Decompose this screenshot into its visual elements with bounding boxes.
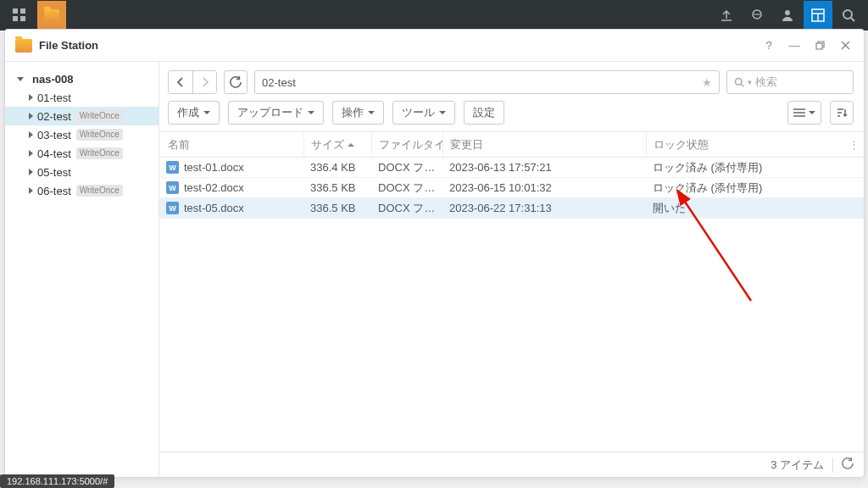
writeonce-badge: WriteOnce: [76, 147, 123, 159]
system-topbar: [0, 0, 868, 30]
item-count: 3 アイテム: [771, 458, 824, 473]
window-titlebar: File Station ? —: [5, 30, 864, 62]
writeonce-badge: WriteOnce: [76, 129, 123, 141]
tree-root-label: nas-008: [32, 73, 73, 86]
create-button[interactable]: 作成: [168, 101, 220, 125]
table-row[interactable]: Wtest-02.docx 336.5 KB DOCX ファ... 2023-0…: [159, 178, 864, 198]
nav-forward-button[interactable]: [192, 71, 216, 93]
file-station-window: File Station ? — nas-008 01-test 02-test…: [4, 29, 865, 478]
column-header-date[interactable]: 変更日: [442, 132, 646, 157]
folder-icon: [15, 39, 32, 53]
apps-menu-button[interactable]: [5, 1, 34, 30]
tools-button[interactable]: ツール: [392, 101, 455, 125]
operate-button[interactable]: 操作: [332, 101, 384, 125]
tree-item-01-test[interactable]: 01-test: [5, 88, 159, 107]
svg-rect-0: [13, 8, 18, 14]
docx-file-icon: W: [166, 161, 179, 174]
svg-rect-14: [816, 43, 822, 49]
star-icon[interactable]: ★: [702, 76, 712, 89]
tree-item-label: 05-test: [37, 166, 71, 179]
close-button[interactable]: [835, 36, 855, 56]
view-mode-button[interactable]: [787, 101, 821, 125]
tree-item-label: 02-test: [37, 110, 71, 123]
chevron-right-icon: [29, 169, 33, 175]
svg-line-13: [851, 18, 854, 21]
maximize-button[interactable]: [810, 36, 830, 56]
path-input[interactable]: 02-test ★: [254, 70, 720, 94]
chat-icon[interactable]: [743, 1, 771, 30]
window-title: File Station: [39, 39, 98, 52]
search-placeholder: 検索: [755, 75, 777, 90]
tree-item-label: 04-test: [37, 147, 71, 160]
sort-asc-icon: [348, 143, 354, 147]
svg-point-5: [754, 14, 756, 15]
status-bar: 3 アイテム: [159, 452, 864, 477]
action-toolbar: 作成 アップロード 操作 ツール 設定: [159, 99, 864, 132]
status-url-hint: 192.168.111.173:5000/#: [0, 474, 114, 488]
status-reload-button[interactable]: [842, 458, 854, 472]
table-header-row: 名前 サイズ ファイルタイ... 変更日 ロック状態 ⋮: [159, 132, 864, 158]
tree-item-02-test[interactable]: 02-test WriteOnce: [5, 107, 159, 125]
settings-button[interactable]: 設定: [464, 101, 504, 125]
column-header-size[interactable]: サイズ: [303, 132, 371, 157]
docx-file-icon: W: [166, 202, 179, 214]
table-row[interactable]: Wtest-05.docx 336.5 KB DOCX ファ... 2023-0…: [159, 198, 864, 219]
help-button[interactable]: ?: [759, 36, 779, 56]
path-text: 02-test: [262, 76, 296, 89]
sort-button[interactable]: [830, 101, 854, 125]
upload-tray-icon[interactable]: [712, 1, 741, 30]
svg-line-18: [741, 84, 743, 86]
reload-button[interactable]: [224, 70, 248, 94]
minimize-button[interactable]: —: [784, 36, 804, 56]
navigation-toolbar: 02-test ★ ▾ 検索: [159, 62, 864, 99]
table-row[interactable]: Wtest-01.docx 336.4 KB DOCX ファ... 2023-0…: [159, 158, 864, 178]
search-icon[interactable]: [834, 1, 863, 30]
dashboard-icon[interactable]: [804, 1, 832, 30]
chevron-right-icon: [29, 113, 33, 119]
folder-tree: nas-008 01-test 02-test WriteOnce 03-tes…: [5, 62, 159, 477]
tree-item-03-test[interactable]: 03-test WriteOnce: [5, 125, 159, 144]
user-icon[interactable]: [773, 1, 802, 30]
nav-back-button[interactable]: [169, 71, 192, 93]
tree-item-label: 03-test: [37, 129, 71, 141]
tree-root-node[interactable]: nas-008: [5, 70, 159, 88]
tree-item-05-test[interactable]: 05-test: [5, 163, 159, 181]
docx-file-icon: W: [166, 181, 179, 194]
main-panel: 02-test ★ ▾ 検索 作成 アップロード 操作 ツール 設定: [159, 62, 864, 477]
tree-item-04-test[interactable]: 04-test WriteOnce: [5, 144, 159, 163]
chevron-right-icon: [29, 94, 33, 101]
svg-point-8: [785, 10, 790, 15]
writeonce-badge: WriteOnce: [76, 185, 123, 197]
svg-rect-2: [13, 16, 18, 21]
column-menu-icon[interactable]: ⋮: [843, 138, 864, 151]
file-table: 名前 サイズ ファイルタイ... 変更日 ロック状態 ⋮ Wtest-01.do…: [159, 132, 864, 452]
svg-rect-3: [20, 16, 25, 21]
chevron-down-icon: [17, 77, 24, 81]
file-station-app-button[interactable]: [37, 1, 66, 30]
column-header-type[interactable]: ファイルタイ...: [371, 132, 442, 157]
svg-point-17: [736, 79, 743, 86]
tree-item-label: 06-test: [37, 185, 71, 197]
svg-point-7: [759, 14, 760, 15]
chevron-right-icon: [29, 150, 33, 157]
chevron-right-icon: [29, 131, 33, 138]
tree-item-06-test[interactable]: 06-test WriteOnce: [5, 181, 159, 200]
svg-point-6: [756, 14, 758, 15]
tree-item-label: 01-test: [37, 92, 71, 104]
chevron-right-icon: [29, 187, 33, 194]
column-header-name[interactable]: 名前: [159, 132, 303, 157]
search-input[interactable]: ▾ 検索: [726, 70, 854, 94]
svg-point-12: [843, 10, 852, 19]
upload-button[interactable]: アップロード: [228, 101, 324, 125]
column-header-lock[interactable]: ロック状態: [646, 132, 843, 157]
writeonce-badge: WriteOnce: [76, 110, 123, 122]
svg-rect-1: [20, 8, 25, 14]
